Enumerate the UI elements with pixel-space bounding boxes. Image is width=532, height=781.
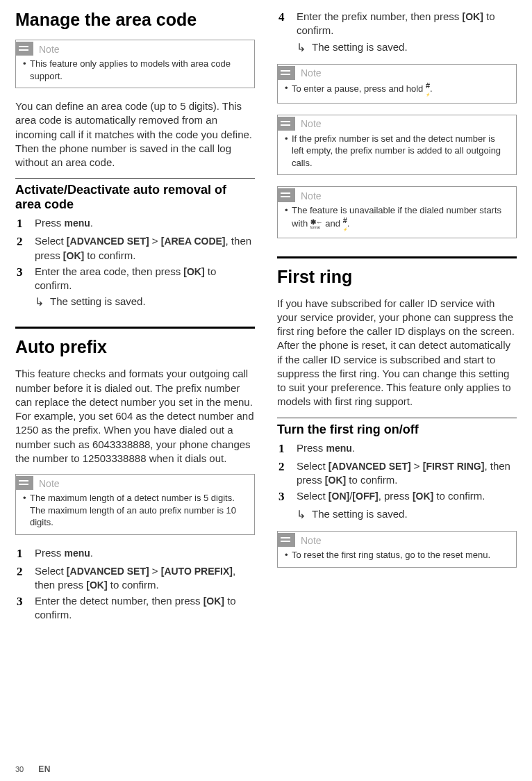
note-label: Note [301,535,322,546]
note-box-empty-detect: Note •If the prefix number is set and th… [277,115,517,176]
step-body: Select [ADVANCED SET] > [AREA CODE], the… [35,234,255,263]
step-body: Select [ADVANCED SET] > [AUTO PREFIX], t… [35,564,255,593]
note-label: Note [301,190,322,202]
note-icon [277,66,295,80]
step-body: Press menu. [35,216,93,232]
note-box-area-code: Note •This feature only applies to model… [15,40,255,88]
note-label: Note [301,118,322,129]
step-body: Press menu. [297,441,355,457]
step-body: Press menu. [35,546,93,562]
note-icon [15,42,33,56]
step-body: Enter the prefix number, then press [OK]… [297,10,517,38]
note-box-unavailable: Note •The feature is unavailable if the … [277,186,517,238]
heading-auto-prefix: Auto prefix [15,337,255,357]
step-number: 2 [15,234,35,263]
intro-first-ring: If you have subscribed for caller ID ser… [277,297,517,409]
note-label: Note [39,44,60,55]
note-icon [15,476,33,490]
page-footer: 30 EN [15,764,51,774]
note-box-pause: Note •To enter a pause, press and hold #… [277,64,517,104]
page-number: 30 [15,765,24,773]
step-number: 2 [15,564,35,593]
note-label: Note [39,478,60,489]
note-icon [277,188,295,202]
step-body: Enter the area code, then press [OK] to … [35,265,255,293]
step-body: Enter the detect number, then press [OK]… [35,594,255,623]
note-text: To reset the first ring status, go to th… [292,549,490,561]
heading-manage-area-code: Manage the area code [15,10,255,30]
step-number: 2 [277,459,297,488]
step-number: 1 [15,546,35,562]
step-number: 1 [277,441,297,457]
note-icon [277,533,295,547]
heading-first-ring: First ring [277,267,517,287]
language-code: EN [38,764,51,774]
step-number: 3 [15,594,35,623]
step-result: ↳The setting is saved. [297,508,517,521]
step-number: 3 [277,489,297,505]
note-label: Note [301,67,322,79]
section-rule [15,327,255,329]
note-icon [277,117,295,131]
note-text: If the prefix number is set and the dete… [292,133,509,170]
step-result: ↳The setting is saved. [35,295,255,309]
steps-first-ring: 1 Press menu. 2 Select [ADVANCED SET] > … [277,441,517,521]
note-text: The feature is unavailable if the dialed… [292,204,509,232]
section-rule [277,256,517,258]
star-key-icon: ✱←format [310,220,323,229]
step-body: Select [ADVANCED SET] > [FIRST RING], th… [297,459,517,488]
intro-auto-prefix: This feature checks and formats your out… [15,367,255,466]
step-body: Select [ON]/[OFF], press [OK] to confirm… [297,489,485,505]
step-number: 1 [15,216,35,232]
subheading-activate-area-code: Activate/Deactivate auto removal of area… [15,178,255,212]
note-text: The maximum length of a detect number is… [30,492,247,529]
note-text: This feature only applies to models with… [30,58,247,82]
subheading-first-ring-onoff: Turn the first ring on/off [277,418,517,437]
step-result: ↳The setting is saved. [297,41,517,54]
steps-area-code: 1 Press menu. 2 Select [ADVANCED SET] > … [15,216,255,309]
note-box-prefix-length: Note •The maximum length of a detect num… [15,474,255,535]
step-number: 4 [277,10,297,38]
note-box-reset-first-ring: Note •To reset the first ring status, go… [277,531,517,568]
step-number: 3 [15,265,35,293]
intro-area-code: You can define an area code (up to 5 dig… [15,99,255,170]
note-text: To enter a pause, press and hold #⚡. [292,82,433,97]
